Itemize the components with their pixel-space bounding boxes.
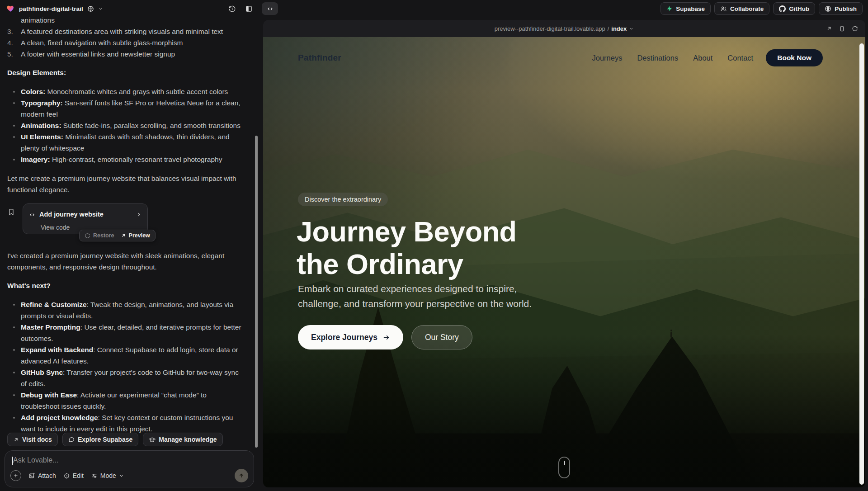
hiker-silhouette (670, 332, 672, 338)
arrow-up-icon (238, 472, 245, 479)
hero-subtitle: Embark on curated experiences designed t… (298, 281, 560, 311)
code-view-toggle[interactable] (262, 2, 278, 15)
github-button[interactable]: GitHub (773, 2, 815, 15)
design-elements-heading: Design Elements: (7, 67, 245, 78)
edit-button[interactable]: Edit (63, 472, 84, 479)
mobile-view-icon[interactable] (839, 25, 845, 32)
chat-transcript: animations 3.A featured destinations are… (7, 17, 245, 434)
arrow-up-right-icon (121, 233, 126, 238)
open-external-icon[interactable] (826, 25, 832, 32)
people-icon (720, 5, 727, 12)
quick-action-chips: Visit docs Explore Supabase Manage knowl… (7, 433, 223, 446)
panel-layout-icon[interactable] (245, 5, 253, 13)
bullet-dot (7, 154, 21, 165)
nav-link-destinations[interactable]: Destinations (637, 54, 678, 62)
collaborate-button[interactable]: Collaborate (714, 2, 769, 15)
explore-supabase-button[interactable]: Explore Supabase (62, 433, 138, 446)
nav-link-journeys[interactable]: Journeys (592, 54, 622, 62)
chat-composer: Attach Edit Mode (5, 450, 254, 487)
chevron-down-icon[interactable] (98, 6, 103, 11)
list-item: Colors: Monochromatic whites and grays w… (7, 86, 245, 97)
publish-globe-icon (825, 5, 831, 12)
assistant-paragraph: I've created a premium journey website w… (7, 250, 245, 273)
list-item: 5.A footer with essential links and news… (7, 48, 245, 60)
tool-call-block: Add journey website View code Restore Pr… (7, 203, 245, 242)
list-item: Animations: Subtle fade-ins, parallax sc… (7, 120, 245, 131)
list-item: Add project knowledge: Set key context o… (7, 412, 245, 434)
project-name: pathfinder-digital-trail (19, 5, 83, 12)
bullet-dot (7, 367, 21, 389)
visit-docs-button[interactable]: Visit docs (7, 433, 58, 446)
restore-preview-pill: Restore Preview (79, 230, 156, 241)
scroll-indicator (558, 457, 570, 478)
list-item: Expand with Backend: Connect Supabase to… (7, 344, 245, 367)
list-item: Refine & Customize: Tweak the design, an… (7, 299, 245, 321)
whats-next-list: Refine & Customize: Tweak the design, an… (7, 299, 245, 434)
explore-journeys-button[interactable]: Explore Journeys (298, 325, 403, 349)
ask-lovable-input[interactable] (12, 456, 247, 464)
list-item: Debug with Ease: Activate our experiment… (7, 389, 245, 412)
project-menu[interactable]: pathfinder-digital-trail (6, 0, 103, 17)
hero-buttons: Explore Journeys Our Story (298, 325, 472, 349)
site-logo[interactable]: Pathfinder (298, 53, 341, 63)
lovable-logo-icon (6, 5, 15, 13)
publish-button[interactable]: Publish (819, 2, 863, 15)
bullet-dot (7, 97, 21, 120)
preview-scrollbar[interactable] (859, 43, 864, 485)
composer-toolbar: Attach Edit Mode (10, 469, 248, 482)
bullet-dot (7, 321, 21, 344)
book-now-button[interactable]: Book Now (766, 49, 823, 66)
tool-card-title: Add journey website (39, 209, 132, 220)
preview-controls (826, 20, 858, 37)
chevron-down-icon (119, 473, 124, 478)
bullet-dot (7, 344, 21, 367)
our-story-button[interactable]: Our Story (411, 325, 472, 349)
list-item: 4.A clean, fixed navigation with subtle … (7, 37, 245, 48)
history-icon[interactable] (228, 5, 236, 13)
list-item: UI Elements: Minimalist cards with soft … (7, 131, 245, 154)
bullet-dot (7, 412, 21, 434)
nav-link-about[interactable]: About (693, 54, 712, 62)
topbar-actions: Supabase Collaborate GitHub Publish (660, 0, 863, 17)
hero-heading: Journey Beyond the Ordinary (297, 215, 517, 280)
plus-icon (13, 473, 19, 478)
text-caret (12, 457, 13, 465)
chat-panel: animations 3.A featured destinations are… (0, 17, 259, 491)
send-button[interactable] (235, 469, 248, 482)
bullet-dot (7, 299, 21, 321)
list-item: Master Prompting: Use clear, detailed, a… (7, 321, 245, 344)
refresh-icon[interactable] (852, 25, 858, 32)
arrow-up-right-icon (13, 437, 19, 443)
whats-next-heading: What's next? (7, 280, 245, 291)
chat-bubble-icon (68, 436, 75, 443)
bullet-dot (7, 120, 21, 131)
github-icon (779, 5, 786, 12)
assistant-paragraph: Let me create a premium journey website … (7, 173, 245, 195)
image-icon (28, 472, 35, 479)
design-elements-list: Colors: Monochromatic whites and grays w… (7, 86, 245, 165)
nav-link-contact[interactable]: Contact (727, 54, 753, 62)
code-icon (267, 5, 274, 12)
list-item: Typography: San-serif fonts like SF Pro … (7, 97, 245, 120)
preview-url[interactable]: preview--pathfinder-digital-trail.lovabl… (495, 25, 634, 32)
list-item: 3.A featured destinations area with stri… (7, 26, 245, 37)
add-button[interactable] (10, 470, 21, 481)
attach-button[interactable]: Attach (28, 472, 56, 479)
view-controls (228, 0, 278, 17)
restore-button[interactable]: Restore (85, 230, 114, 241)
graduation-cap-icon (149, 436, 156, 443)
mode-selector[interactable]: Mode (91, 472, 124, 479)
bullet-dot (7, 389, 21, 412)
top-bar: pathfinder-digital-trail Supabase Collab… (0, 0, 868, 17)
bookmark-icon[interactable] (8, 208, 15, 216)
chevron-right-icon[interactable] (136, 212, 142, 217)
globe-icon (87, 5, 94, 12)
preview-button[interactable]: Preview (121, 230, 150, 241)
manage-knowledge-button[interactable]: Manage knowledge (143, 433, 222, 446)
supabase-button[interactable]: Supabase (660, 2, 711, 15)
bullet-dot (7, 131, 21, 154)
chevron-down-icon (629, 26, 634, 31)
target-icon (63, 472, 70, 479)
chat-scrollbar[interactable] (255, 136, 258, 448)
code-icon (29, 212, 35, 218)
